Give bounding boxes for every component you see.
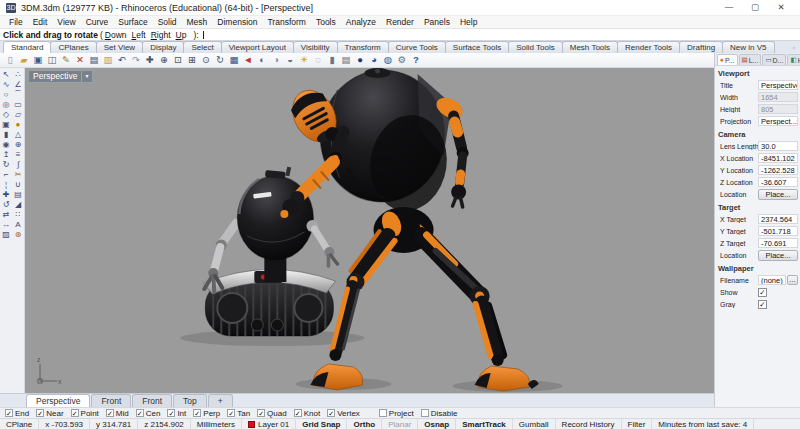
cylinder-icon[interactable]: ▮: [0, 130, 12, 139]
osnap-cen[interactable]: ✓Cen: [136, 409, 161, 418]
menu-item[interactable]: Mesh: [182, 17, 213, 27]
units-readout[interactable]: Millimeters: [191, 419, 242, 429]
osnap-knot[interactable]: ✓Knot: [294, 409, 320, 418]
menu-item[interactable]: File: [4, 17, 28, 27]
show-wallpaper-checkbox[interactable]: ✓: [758, 288, 767, 297]
rotate-view-icon[interactable]: ↻: [214, 55, 226, 65]
osnap-tan[interactable]: ✓Tan: [227, 409, 250, 418]
osnap-near-checkbox[interactable]: ✓: [36, 409, 44, 417]
panel-tab-properties[interactable]: ● P...: [717, 54, 738, 65]
new-file-icon[interactable]: ▯: [4, 55, 16, 65]
boolean-icon[interactable]: ⊕: [12, 140, 24, 149]
gray-wallpaper-checkbox[interactable]: ✓: [758, 300, 767, 309]
menu-item[interactable]: Analyze: [341, 17, 381, 27]
osnap-quad-checkbox[interactable]: ✓: [257, 409, 265, 417]
osnap-point[interactable]: ✓Point: [71, 409, 99, 418]
menu-item[interactable]: Dimension: [212, 17, 262, 27]
tab-curve-tools[interactable]: Curve Tools: [388, 41, 446, 53]
panel-tab-layers[interactable]: ▤ L...: [739, 54, 762, 65]
z-target-field[interactable]: -70.691: [758, 238, 798, 248]
shaded-display-icon[interactable]: ◐: [256, 55, 268, 65]
copy-icon[interactable]: ▤: [88, 55, 100, 65]
tab-drafting[interactable]: Drafting: [679, 41, 723, 53]
copy-properties-icon[interactable]: ✎: [60, 55, 72, 65]
sweep-icon[interactable]: ∫: [12, 160, 24, 169]
zoom-dynamic-icon[interactable]: ⊕: [158, 55, 170, 65]
tab-display[interactable]: Display: [142, 41, 184, 53]
xray-display-icon[interactable]: ◒: [284, 55, 296, 65]
tab-standard[interactable]: Standard: [3, 41, 51, 53]
osnap-quad[interactable]: ✓Quad: [257, 409, 287, 418]
explode-icon[interactable]: ⊛: [12, 230, 24, 239]
help-icon[interactable]: ?: [410, 55, 422, 65]
tab-select[interactable]: Select: [183, 41, 221, 53]
control-points-icon[interactable]: ∴: [12, 70, 24, 79]
filter-toggle[interactable]: Filter: [622, 419, 653, 429]
lock-objects-icon[interactable]: ▮: [326, 55, 338, 65]
tab-surface-tools[interactable]: Surface Tools: [445, 41, 509, 53]
text-icon[interactable]: A: [12, 220, 24, 229]
panel-tab-display[interactable]: ▭ D...: [762, 54, 786, 65]
pan-icon[interactable]: ✚: [144, 55, 156, 65]
menu-item[interactable]: Curve: [81, 17, 114, 27]
viewport-title-chip[interactable]: Perspective ▾: [28, 70, 93, 83]
z-location-field[interactable]: -36.607: [758, 177, 798, 187]
command-option[interactable]: Up: [176, 30, 187, 40]
curve-icon[interactable]: ∿: [0, 80, 12, 89]
osnap-near[interactable]: ✓Near: [36, 409, 63, 418]
render-icon[interactable]: ●: [354, 55, 366, 65]
zoom-window-icon[interactable]: ⊡: [172, 55, 184, 65]
osnap-end[interactable]: ✓End: [5, 409, 29, 418]
viewport-canvas[interactable]: Perspective ▾ z x: [25, 68, 714, 393]
autosave-status[interactable]: Minutes from last save: 4: [652, 419, 754, 429]
tab-viewport-layout[interactable]: Viewport Layout: [221, 41, 294, 53]
revolve-icon[interactable]: ↻: [0, 160, 12, 169]
x-location-field[interactable]: -8451.102: [758, 153, 798, 163]
box-icon[interactable]: ▣: [0, 120, 12, 129]
osnap-int-checkbox[interactable]: ✓: [167, 409, 175, 417]
zoom-selected-icon[interactable]: ⊙: [200, 55, 212, 65]
zoom-extents-icon[interactable]: ⊞: [186, 55, 198, 65]
mirror-icon[interactable]: ⇄: [0, 210, 12, 219]
osnap-point-checkbox[interactable]: ✓: [71, 409, 79, 417]
osnap-disable[interactable]: Disable: [421, 409, 458, 418]
menu-item[interactable]: Solid: [153, 17, 182, 27]
place-target-button[interactable]: Place...: [758, 250, 798, 261]
osnap-cen-checkbox[interactable]: ✓: [136, 409, 144, 417]
torus-icon[interactable]: ◉: [0, 140, 12, 149]
plane-icon[interactable]: ▱: [12, 110, 24, 119]
osnap-toggle[interactable]: Osnap: [418, 419, 456, 429]
osnap-perp[interactable]: ✓Perp: [193, 409, 220, 418]
minimize-button[interactable]: —: [716, 0, 742, 15]
tab-set-view[interactable]: Set View: [96, 41, 143, 53]
close-button[interactable]: ✕: [768, 0, 794, 15]
current-layer-cell[interactable]: Layer 01: [242, 419, 296, 429]
vtab-new-viewport[interactable]: +: [208, 394, 233, 407]
osnap-perp-checkbox[interactable]: ✓: [193, 409, 201, 417]
trim-icon[interactable]: ✂: [12, 170, 24, 179]
toolbar-overflow-icon[interactable]: ▫: [791, 44, 797, 53]
open-file-icon[interactable]: ▰: [18, 55, 30, 65]
undo-icon[interactable]: ↶: [116, 55, 128, 65]
command-line[interactable]: Click and drag to rotate ( DownLeftRight…: [0, 28, 800, 40]
ellipse-icon[interactable]: ◎: [0, 100, 12, 109]
fillet-icon[interactable]: ⌐: [0, 170, 12, 179]
tab-render-tools[interactable]: Render Tools: [617, 41, 680, 53]
polygon-icon[interactable]: ◇: [0, 110, 12, 119]
scale-icon[interactable]: ◢: [12, 200, 24, 209]
ortho-toggle[interactable]: Ortho: [347, 419, 382, 429]
join-icon[interactable]: ∪: [12, 180, 24, 189]
command-option[interactable]: Left: [132, 30, 146, 40]
menu-item[interactable]: Tools: [311, 17, 341, 27]
y-target-field[interactable]: -501.718: [758, 226, 798, 236]
loft-icon[interactable]: ≡: [12, 150, 24, 159]
polyline-icon[interactable]: ∠: [12, 80, 24, 89]
vtab-front[interactable]: Front: [91, 394, 131, 407]
osnap-project[interactable]: Project: [379, 409, 414, 418]
vtab-perspective[interactable]: Perspective: [26, 394, 90, 407]
osnap-project-checkbox[interactable]: [379, 409, 387, 417]
osnap-mid[interactable]: ✓Mid: [106, 409, 129, 418]
tab-transform[interactable]: Transform: [337, 41, 389, 53]
set-view-icon[interactable]: ◄: [242, 55, 254, 65]
cone-icon[interactable]: △: [12, 130, 24, 139]
